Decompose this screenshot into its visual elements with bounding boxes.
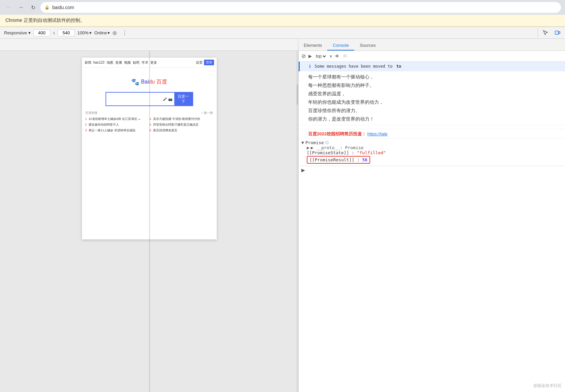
- forward-button[interactable]: →: [16, 3, 26, 12]
- url-text: baidu.com: [52, 5, 557, 10]
- info-icon: ℹ: [309, 64, 311, 69]
- hot-item-3[interactable]: 3 商丘一家11人确诊 邻居秒举后感染: [85, 128, 149, 133]
- promise-info-icon[interactable]: ⓘ: [325, 140, 329, 145]
- hot-item-5[interactable]: 5 拜登坚称从阿富汗撤军是正确决定: [150, 122, 213, 127]
- devtools-tabs: Elements Console Sources: [0, 39, 565, 51]
- devtools-panel-icons: [538, 28, 565, 37]
- hot-item-2[interactable]: 2 困在媒布你的阿富汗人: [85, 122, 149, 127]
- promise-result-row: [[PromiseResult]] : 56: [307, 155, 562, 164]
- tab-sources[interactable]: Sources: [354, 41, 381, 51]
- console-filter-bar: ⊘ ▶ top ▾ 👁 Fi: [299, 51, 565, 62]
- hot-item-1[interactable]: 1 31省份新增本土确诊6例 在江苏湖北 ●: [85, 117, 149, 122]
- baidu-search-input[interactable]: [106, 93, 161, 105]
- console-messages: ℹ Some messages have been moved to to 每一…: [299, 62, 565, 392]
- device-toggle-icon[interactable]: [553, 28, 562, 37]
- nav-tieba[interactable]: 贴吧: [133, 60, 140, 65]
- main-content: 新闻 hao123 地图 直播 视频 贴吧 学术 更多 设置 登录 🐾 Baid…: [0, 51, 565, 392]
- promise-state-value: "fulfilled": [357, 150, 386, 155]
- zoom-dropdown-icon: [89, 30, 92, 35]
- ad-text: 百度2022校园招聘简历投递：: [308, 131, 366, 136]
- responsive-select[interactable]: Responsive: [4, 30, 31, 35]
- play-icon[interactable]: ▶: [308, 54, 312, 59]
- filter-label: Fi: [344, 54, 347, 59]
- console-expand-arrow[interactable]: ▶: [299, 166, 565, 174]
- viewport-panel: 新闻 hao123 地图 直播 视频 贴吧 学术 更多 设置 登录 🐾 Baid…: [0, 51, 298, 392]
- console-spacer: [299, 125, 565, 129]
- promise-state-row: [[PromiseState]] : "fulfilled": [307, 150, 562, 155]
- width-input[interactable]: [33, 29, 50, 36]
- tab-elements[interactable]: Elements: [298, 41, 327, 51]
- promise-expand-icon[interactable]: ▼: [301, 140, 304, 145]
- promise-result-key: [[PromiseResult]]: [309, 157, 354, 162]
- mic-icon: 🎤: [163, 97, 167, 101]
- camera-icon: 📷: [168, 97, 172, 101]
- ad-url[interactable]: https://tale: [367, 131, 388, 136]
- promise-proto-row[interactable]: ▶ ▶ __proto__: Promise: [307, 145, 562, 150]
- baidu-search-button[interactable]: 百度一下: [174, 93, 192, 105]
- hot-item-4[interactable]: 4 吴亦凡被批捕 中演协 敦煌要付代价: [150, 117, 213, 122]
- promise-header[interactable]: ▼ Promise ⓘ: [301, 140, 562, 145]
- moved-message-text: ℹ Some messages have been moved to to: [309, 64, 401, 69]
- svg-rect-0: [555, 31, 558, 34]
- promise-result-value: 56: [362, 157, 368, 162]
- baidu-paw-icon: 🐾: [131, 78, 140, 86]
- console-ad-message: 百度2022校园招聘简历投递： https://tale: [299, 129, 565, 139]
- panel-resize-handle[interactable]: [149, 51, 150, 392]
- promise-result-highlight: [[PromiseResult]] : 56: [307, 156, 370, 164]
- more-options-icon[interactable]: ⋮: [122, 30, 127, 36]
- nav-map[interactable]: 地图: [107, 60, 113, 65]
- nav-video[interactable]: 视频: [124, 60, 131, 65]
- promise-state-key: [[PromiseState]]: [307, 150, 349, 155]
- baidu-settings[interactable]: 设置: [196, 60, 203, 65]
- promise-section: ▼ Promise ⓘ ▶ ▶ __proto__: Promise [[Pro…: [299, 139, 565, 166]
- nav-more[interactable]: 更多: [150, 60, 157, 65]
- nav-live[interactable]: 直播: [115, 60, 122, 65]
- height-input[interactable]: [58, 29, 75, 36]
- automation-banner: Chrome 正受到自动测试软件的控制。: [0, 15, 565, 27]
- inspect-element-icon[interactable]: [541, 28, 550, 37]
- throttle-icon[interactable]: ◎: [113, 30, 117, 35]
- console-panel: ⊘ ▶ top ▾ 👁 Fi ℹ Some messages have been…: [298, 51, 565, 392]
- responsive-controls: Responsive x 100% Online ◎ ⋮: [0, 29, 538, 36]
- back-button[interactable]: ←: [4, 3, 13, 12]
- nav-academic[interactable]: 学术: [142, 60, 148, 65]
- console-chinese-message: 每一个星球都有一个驱动核心， 每一种思想都有影响力的种子。 感受世界的温度， 年…: [299, 71, 565, 125]
- zoom-select[interactable]: 100%: [77, 30, 91, 35]
- promise-label: Promise: [305, 140, 324, 145]
- proto-expand-icon[interactable]: ▶: [307, 145, 309, 150]
- promise-children: ▶ ▶ __proto__: Promise [[PromiseState]] …: [301, 145, 562, 164]
- baidu-logo-text: Baidu 百度: [141, 78, 167, 86]
- viewport-scrollbar[interactable]: [296, 51, 298, 392]
- reload-button[interactable]: ↻: [28, 3, 38, 12]
- responsive-dropdown-icon: [28, 30, 31, 35]
- hot-item-6[interactable]: 6 莫言回登网友留言: [150, 128, 213, 133]
- viewport-scrollbar-handle[interactable]: [297, 85, 298, 105]
- console-moved-message: ℹ Some messages have been moved to to: [299, 62, 565, 71]
- devtools-responsive-toolbar: Responsive x 100% Online ◎ ⋮: [0, 27, 565, 39]
- baidu-nav-right: 设置 登录: [196, 60, 214, 65]
- eye-icon[interactable]: 👁: [335, 54, 339, 59]
- network-dropdown-icon: [108, 30, 110, 35]
- baidu-search-icons: 🎤 📷: [161, 93, 174, 105]
- clear-console-icon[interactable]: ⊘: [301, 53, 306, 59]
- dimension-separator: x: [53, 30, 55, 35]
- nav-news[interactable]: 新闻: [85, 60, 91, 65]
- nav-hao123[interactable]: hao123: [93, 61, 105, 64]
- address-bar[interactable]: 🔒 baidu.com: [40, 2, 561, 13]
- baidu-login-btn[interactable]: 登录: [204, 60, 214, 65]
- browser-nav-bar: ← → ↻ 🔒 baidu.com: [0, 0, 565, 15]
- chinese-text: 每一个星球都有一个驱动核心， 每一种思想都有影响力的种子。 感受世界的温度， 年…: [308, 73, 562, 124]
- context-select[interactable]: top: [315, 54, 327, 59]
- network-select[interactable]: Online: [94, 30, 110, 35]
- watermark: @掘金技术社区: [533, 383, 562, 389]
- svg-rect-1: [559, 32, 560, 34]
- lock-icon: 🔒: [44, 5, 50, 10]
- tab-console[interactable]: Console: [327, 41, 354, 51]
